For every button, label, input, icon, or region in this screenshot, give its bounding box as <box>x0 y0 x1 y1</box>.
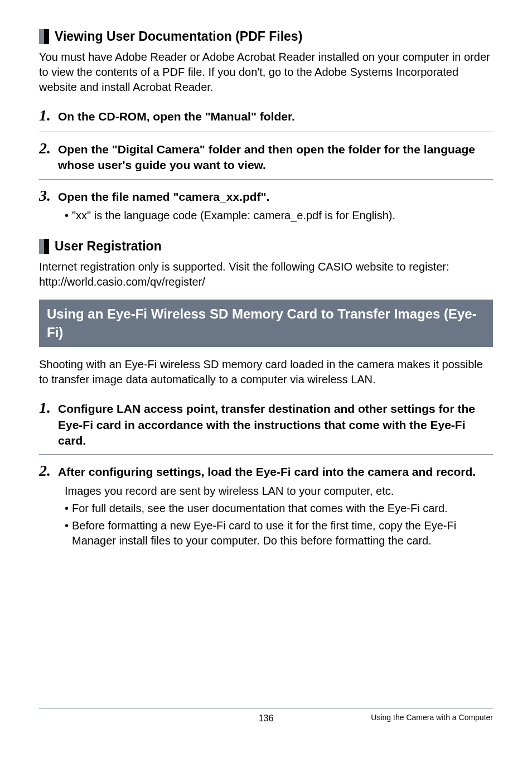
bullet-dot: • <box>65 518 69 548</box>
step-separator <box>39 132 493 132</box>
heading-title: Viewing User Documentation (PDF Files) <box>55 28 302 45</box>
step-number: 2. <box>39 138 52 159</box>
section2-para1: Internet registration only is supported.… <box>39 259 493 274</box>
heading-user-registration: User Registration <box>39 238 493 255</box>
bullet-text: Before formatting a new Eye-Fi card to u… <box>72 518 493 548</box>
step-text: Open the "Digital Camera" folder and the… <box>58 142 493 173</box>
heading-bar-black <box>44 239 49 254</box>
step-number: 2. <box>39 460 52 481</box>
page-number: 136 <box>259 712 274 725</box>
step-separator <box>39 179 493 180</box>
step-number: 3. <box>39 185 52 206</box>
section1-step-3: 3. Open the file named "camera_xx.pdf". … <box>39 185 493 224</box>
heading-viewing-user-doc: Viewing User Documentation (PDF Files) <box>39 28 493 45</box>
section3-intro: Shooting with an Eye-Fi wireless SD memo… <box>39 357 493 387</box>
bullet-dot: • <box>65 208 69 223</box>
step-bullet: • Before formatting a new Eye-Fi card to… <box>65 518 493 548</box>
heading-bar-grey <box>39 29 44 44</box>
step-bullet: • For full details, see the user documen… <box>65 501 493 516</box>
step-number: 1. <box>39 105 52 126</box>
step-text: After configuring settings, load the Eye… <box>58 464 476 480</box>
heading-title: User Registration <box>55 238 162 255</box>
section1-intro: You must have Adobe Reader or Adobe Acro… <box>39 50 493 95</box>
step-text: Open the file named "camera_xx.pdf". <box>58 189 269 205</box>
bullet-dot: • <box>65 501 69 516</box>
step-after-text: Images you record are sent by wireless L… <box>65 484 493 499</box>
section2-para2: http://world.casio.com/qv/register/ <box>39 274 493 290</box>
heading-bar-grey <box>39 239 44 254</box>
section1-step-1: 1. On the CD-ROM, open the "Manual" fold… <box>39 105 493 126</box>
footer-section-name: Using the Camera with a Computer <box>371 712 493 723</box>
section1-step-2: 2. Open the "Digital Camera" folder and … <box>39 138 493 173</box>
heading-eye-fi: Using an Eye-Fi Wireless SD Memory Card … <box>39 300 493 347</box>
step-text: On the CD-ROM, open the "Manual" folder. <box>58 109 295 124</box>
step-bullet: • "xx" is the language code (Example: ca… <box>65 208 493 223</box>
section3-step-1: 1. Configure LAN access point, transfer … <box>39 397 493 449</box>
step-separator <box>39 454 493 455</box>
step-text: Configure LAN access point, transfer des… <box>58 401 493 449</box>
heading-bar-black <box>44 29 49 44</box>
step-number: 1. <box>39 397 52 418</box>
page-footer: 136 Using the Camera with a Computer <box>39 708 493 725</box>
bullet-text: "xx" is the language code (Example: came… <box>72 208 395 223</box>
bullet-text: For full details, see the user documenta… <box>72 501 448 516</box>
section3-step-2: 2. After configuring settings, load the … <box>39 460 493 548</box>
